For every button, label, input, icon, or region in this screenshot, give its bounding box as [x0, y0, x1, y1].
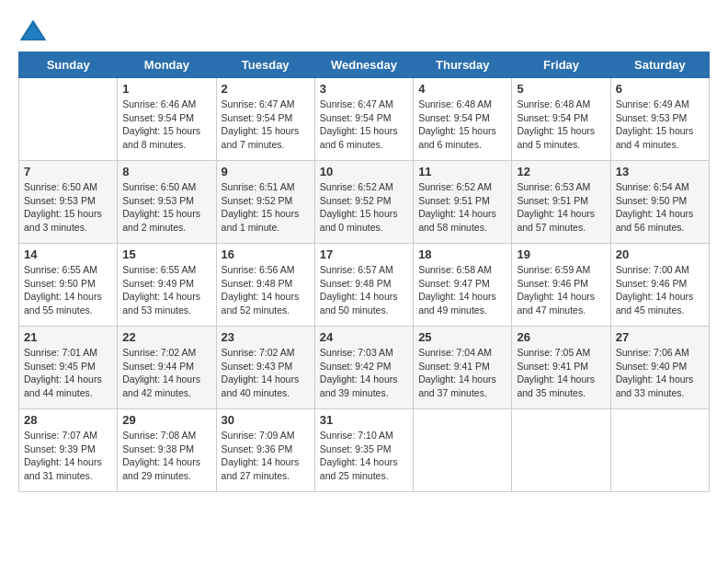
day-number: 14: [24, 247, 112, 261]
day-number: 28: [24, 413, 112, 427]
calendar-cell: 23Sunrise: 7:02 AM Sunset: 9:43 PM Dayli…: [216, 327, 314, 409]
calendar-cell: 28Sunrise: 7:07 AM Sunset: 9:39 PM Dayli…: [19, 409, 118, 492]
calendar-cell: 2Sunrise: 6:47 AM Sunset: 9:54 PM Daylig…: [216, 78, 314, 161]
calendar-cell: 6Sunrise: 6:49 AM Sunset: 9:53 PM Daylig…: [610, 78, 709, 161]
cell-content: Sunrise: 7:00 AM Sunset: 9:46 PM Dayligh…: [616, 263, 704, 317]
calendar-cell: 21Sunrise: 7:01 AM Sunset: 9:45 PM Dayli…: [19, 327, 118, 409]
cell-content: Sunrise: 6:47 AM Sunset: 9:54 PM Dayligh…: [222, 98, 310, 152]
day-number: 11: [418, 165, 506, 178]
calendar-cell: 25Sunrise: 7:04 AM Sunset: 9:41 PM Dayli…: [414, 327, 512, 409]
calendar-cell: 17Sunrise: 6:57 AM Sunset: 9:48 PM Dayli…: [314, 244, 413, 327]
day-number: 23: [222, 330, 310, 344]
cell-content: Sunrise: 7:04 AM Sunset: 9:41 PM Dayligh…: [418, 346, 506, 400]
calendar-cell: 3Sunrise: 6:47 AM Sunset: 9:54 PM Daylig…: [314, 78, 413, 161]
calendar-table: SundayMondayTuesdayWednesdayThursdayFrid…: [18, 52, 710, 492]
day-number: 31: [320, 413, 408, 427]
day-number: 2: [222, 82, 310, 96]
day-number: 8: [122, 165, 210, 178]
calendar-cell: [19, 78, 118, 161]
calendar-cell: 1Sunrise: 6:46 AM Sunset: 9:54 PM Daylig…: [118, 78, 216, 161]
calendar-cell: 4Sunrise: 6:48 AM Sunset: 9:54 PM Daylig…: [414, 78, 512, 161]
cell-content: Sunrise: 7:07 AM Sunset: 9:39 PM Dayligh…: [24, 429, 112, 483]
week-row-4: 21Sunrise: 7:01 AM Sunset: 9:45 PM Dayli…: [19, 327, 710, 409]
cell-content: Sunrise: 6:50 AM Sunset: 9:53 PM Dayligh…: [24, 180, 112, 235]
day-number: 18: [418, 247, 506, 261]
day-number: 17: [320, 247, 408, 261]
cell-content: Sunrise: 7:02 AM Sunset: 9:43 PM Dayligh…: [222, 346, 310, 400]
cell-content: Sunrise: 7:05 AM Sunset: 9:41 PM Dayligh…: [517, 346, 605, 400]
cell-content: Sunrise: 6:54 AM Sunset: 9:50 PM Dayligh…: [616, 180, 704, 235]
calendar-cell: 7Sunrise: 6:50 AM Sunset: 9:53 PM Daylig…: [19, 161, 118, 244]
cell-content: Sunrise: 6:59 AM Sunset: 9:46 PM Dayligh…: [517, 263, 605, 317]
cell-content: Sunrise: 6:51 AM Sunset: 9:52 PM Dayligh…: [222, 180, 310, 235]
cell-content: Sunrise: 7:08 AM Sunset: 9:38 PM Dayligh…: [122, 429, 210, 483]
day-header-wednesday: Wednesday: [314, 52, 413, 78]
week-row-1: 1Sunrise: 6:46 AM Sunset: 9:54 PM Daylig…: [19, 78, 710, 161]
day-number: 12: [517, 165, 605, 178]
cell-content: Sunrise: 6:52 AM Sunset: 9:51 PM Dayligh…: [418, 180, 506, 235]
day-header-tuesday: Tuesday: [216, 52, 314, 78]
day-number: 15: [122, 247, 210, 261]
calendar-cell: 26Sunrise: 7:05 AM Sunset: 9:41 PM Dayli…: [512, 327, 610, 409]
logo: [18, 18, 51, 44]
calendar-cell: [512, 409, 610, 492]
cell-content: Sunrise: 7:03 AM Sunset: 9:42 PM Dayligh…: [320, 346, 408, 400]
days-header-row: SundayMondayTuesdayWednesdayThursdayFrid…: [19, 52, 710, 78]
day-number: 21: [24, 330, 112, 344]
day-header-saturday: Saturday: [610, 52, 709, 78]
calendar-cell: 14Sunrise: 6:55 AM Sunset: 9:50 PM Dayli…: [19, 244, 118, 327]
day-number: 29: [122, 413, 210, 427]
cell-content: Sunrise: 7:02 AM Sunset: 9:44 PM Dayligh…: [122, 346, 210, 400]
calendar-cell: 22Sunrise: 7:02 AM Sunset: 9:44 PM Dayli…: [118, 327, 216, 409]
cell-content: Sunrise: 7:09 AM Sunset: 9:36 PM Dayligh…: [222, 429, 310, 483]
cell-content: Sunrise: 6:49 AM Sunset: 9:53 PM Dayligh…: [616, 98, 704, 152]
cell-content: Sunrise: 6:57 AM Sunset: 9:48 PM Dayligh…: [320, 263, 408, 317]
day-number: 13: [616, 165, 704, 178]
day-header-sunday: Sunday: [19, 52, 118, 78]
cell-content: Sunrise: 6:53 AM Sunset: 9:51 PM Dayligh…: [517, 180, 605, 235]
header: [18, 18, 710, 44]
day-number: 19: [517, 247, 605, 261]
day-number: 27: [616, 330, 704, 344]
day-number: 24: [320, 330, 408, 344]
day-number: 6: [616, 82, 704, 96]
calendar-cell: 10Sunrise: 6:52 AM Sunset: 9:52 PM Dayli…: [314, 161, 413, 244]
cell-content: Sunrise: 6:50 AM Sunset: 9:53 PM Dayligh…: [122, 180, 210, 235]
calendar-cell: 31Sunrise: 7:10 AM Sunset: 9:35 PM Dayli…: [314, 409, 413, 492]
calendar-cell: 15Sunrise: 6:55 AM Sunset: 9:49 PM Dayli…: [118, 244, 216, 327]
calendar-cell: 8Sunrise: 6:50 AM Sunset: 9:53 PM Daylig…: [118, 161, 216, 244]
calendar-cell: 24Sunrise: 7:03 AM Sunset: 9:42 PM Dayli…: [314, 327, 413, 409]
calendar-cell: 27Sunrise: 7:06 AM Sunset: 9:40 PM Dayli…: [610, 327, 709, 409]
day-header-monday: Monday: [118, 52, 216, 78]
cell-content: Sunrise: 6:46 AM Sunset: 9:54 PM Dayligh…: [122, 98, 210, 152]
calendar-cell: 5Sunrise: 6:48 AM Sunset: 9:54 PM Daylig…: [512, 78, 610, 161]
day-number: 9: [222, 165, 310, 178]
calendar-cell: [610, 409, 709, 492]
calendar-cell: 13Sunrise: 6:54 AM Sunset: 9:50 PM Dayli…: [610, 161, 709, 244]
day-number: 30: [222, 413, 310, 427]
day-number: 25: [418, 330, 506, 344]
cell-content: Sunrise: 7:01 AM Sunset: 9:45 PM Dayligh…: [24, 346, 112, 400]
day-number: 4: [418, 82, 506, 96]
calendar-cell: 18Sunrise: 6:58 AM Sunset: 9:47 PM Dayli…: [414, 244, 512, 327]
day-number: 16: [222, 247, 310, 261]
day-number: 20: [616, 247, 704, 261]
logo-icon: [18, 18, 48, 44]
calendar-cell: 29Sunrise: 7:08 AM Sunset: 9:38 PM Dayli…: [118, 409, 216, 492]
day-number: 5: [517, 82, 605, 96]
day-header-friday: Friday: [512, 52, 610, 78]
day-number: 10: [320, 165, 408, 178]
cell-content: Sunrise: 6:52 AM Sunset: 9:52 PM Dayligh…: [320, 180, 408, 235]
week-row-3: 14Sunrise: 6:55 AM Sunset: 9:50 PM Dayli…: [19, 244, 710, 327]
day-header-thursday: Thursday: [414, 52, 512, 78]
calendar-cell: 12Sunrise: 6:53 AM Sunset: 9:51 PM Dayli…: [512, 161, 610, 244]
day-number: 7: [24, 165, 112, 178]
calendar-cell: 11Sunrise: 6:52 AM Sunset: 9:51 PM Dayli…: [414, 161, 512, 244]
day-number: 22: [122, 330, 210, 344]
calendar-cell: 30Sunrise: 7:09 AM Sunset: 9:36 PM Dayli…: [216, 409, 314, 492]
cell-content: Sunrise: 6:55 AM Sunset: 9:49 PM Dayligh…: [122, 263, 210, 317]
cell-content: Sunrise: 6:55 AM Sunset: 9:50 PM Dayligh…: [24, 263, 112, 317]
calendar-cell: 16Sunrise: 6:56 AM Sunset: 9:48 PM Dayli…: [216, 244, 314, 327]
week-row-5: 28Sunrise: 7:07 AM Sunset: 9:39 PM Dayli…: [19, 409, 710, 492]
calendar-cell: 9Sunrise: 6:51 AM Sunset: 9:52 PM Daylig…: [216, 161, 314, 244]
